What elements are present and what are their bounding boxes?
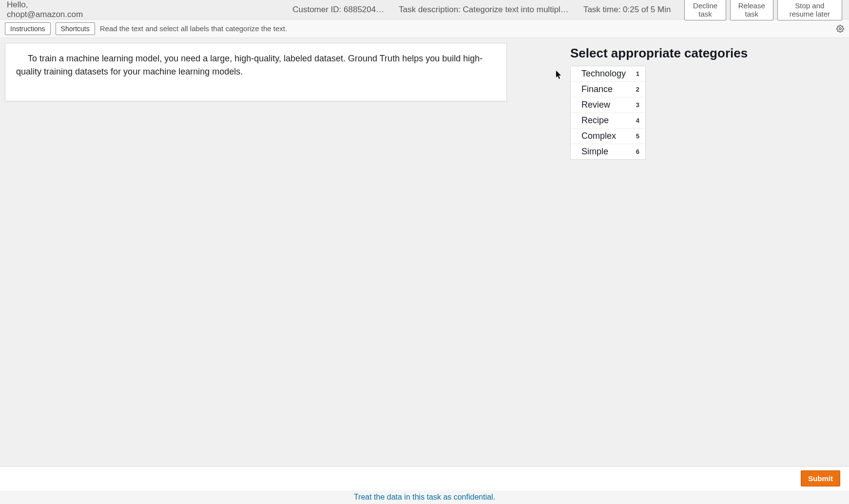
stop-resume-button[interactable]: Stop and resume later [777,0,842,20]
svg-point-0 [839,28,841,30]
category-label: Technology [581,69,626,79]
release-task-button[interactable]: Release task [730,0,773,20]
category-shortcut: 2 [636,86,639,93]
category-item-recipe[interactable]: Recipe 4 [571,113,645,129]
header-right: Decline task Release task Stop and resum… [684,0,842,20]
category-list: Technology 1 Finance 2 Review 3 Recipe 4… [570,66,646,160]
gear-icon[interactable] [836,25,844,33]
category-label: Recipe [581,115,609,126]
category-shortcut: 6 [636,148,639,155]
customer-id: Customer ID: 6885204… [292,5,384,15]
footer: Submit [0,466,849,490]
category-item-complex[interactable]: Complex 5 [571,129,645,144]
task-time: Task time: 0:25 of 5 Min [583,5,671,15]
category-label: Review [581,100,610,110]
instructions-button[interactable]: Instructions [5,22,51,35]
submit-button[interactable]: Submit [801,470,840,486]
category-shortcut: 4 [636,117,639,124]
category-label: Complex [581,131,616,141]
category-item-simple[interactable]: Simple 6 [571,144,645,159]
text-panel: To train a machine learning model, you n… [5,43,507,101]
top-header: Hello, chopt@amazon.com Customer ID: 688… [0,0,849,19]
category-item-review[interactable]: Review 3 [571,97,645,113]
shortcuts-button[interactable]: Shortcuts [56,22,95,35]
categories-panel: Select appropriate categories Technology… [570,46,748,461]
category-item-finance[interactable]: Finance 2 [571,82,645,97]
header-left: Hello, chopt@amazon.com Customer ID: 688… [7,0,671,19]
category-label: Simple [581,147,608,157]
task-description: Task description: Categorize text into m… [399,5,569,15]
category-shortcut: 1 [636,70,639,77]
confidential-bar: Treat the data in this task as confident… [0,490,849,504]
task-text: To train a machine learning model, you n… [16,52,496,78]
category-shortcut: 3 [636,101,639,109]
category-item-technology[interactable]: Technology 1 [571,66,645,82]
confidential-text: Treat the data in this task as confident… [354,493,495,502]
toolbar-hint: Read the text and select all labels that… [100,24,287,33]
categories-heading: Select appropriate categories [570,46,748,61]
workspace: To train a machine learning model, you n… [0,38,849,466]
decline-task-button[interactable]: Decline task [684,0,726,20]
category-label: Finance [581,84,613,94]
greeting-text: Hello, chopt@amazon.com [7,0,83,19]
category-shortcut: 5 [636,132,639,140]
toolbar: Instructions Shortcuts Read the text and… [0,19,849,38]
